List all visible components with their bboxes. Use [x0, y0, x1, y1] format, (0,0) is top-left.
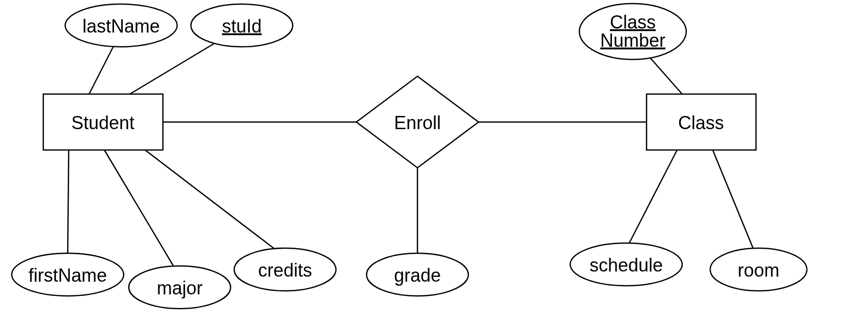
- attribute-major: major: [129, 266, 231, 309]
- line-student-stuId: [130, 39, 221, 94]
- attribute-room-label: room: [738, 260, 779, 281]
- attribute-lastName: lastName: [65, 4, 177, 47]
- attribute-firstName-label: firstName: [29, 265, 107, 286]
- line-student-firstName: [68, 150, 69, 253]
- attribute-firstName: firstName: [12, 253, 124, 296]
- entity-student: Student: [43, 94, 163, 150]
- attribute-schedule-label: schedule: [590, 255, 663, 276]
- er-diagram: Student Class Enroll lastName stuId firs…: [0, 0, 868, 330]
- line-student-lastName: [89, 39, 117, 94]
- attribute-classNumber: Class Number: [579, 4, 686, 59]
- attribute-grade-label: grade: [394, 265, 441, 286]
- attribute-credits: credits: [234, 248, 336, 291]
- entity-student-label: Student: [71, 112, 134, 133]
- entity-class: Class: [647, 94, 756, 150]
- line-student-credits: [145, 150, 275, 249]
- attribute-stuId-label: stuId: [222, 16, 262, 37]
- attribute-stuId: stuId: [191, 4, 293, 47]
- attribute-schedule: schedule: [570, 243, 682, 286]
- attribute-credits-label: credits: [258, 260, 312, 281]
- line-student-major: [104, 150, 173, 265]
- attribute-lastName-label: lastName: [82, 16, 160, 37]
- attribute-room: room: [710, 248, 807, 291]
- attribute-classNumber-label-line1: Class: [610, 12, 656, 33]
- attribute-major-label: major: [157, 278, 203, 298]
- attribute-grade: grade: [367, 253, 468, 296]
- entity-class-label: Class: [678, 112, 724, 133]
- relationship-enroll-label: Enroll: [394, 112, 441, 133]
- line-class-room: [713, 150, 753, 249]
- relationship-enroll: Enroll: [356, 76, 479, 168]
- attribute-classNumber-label-line2: Number: [600, 30, 665, 51]
- line-class-schedule: [629, 150, 677, 244]
